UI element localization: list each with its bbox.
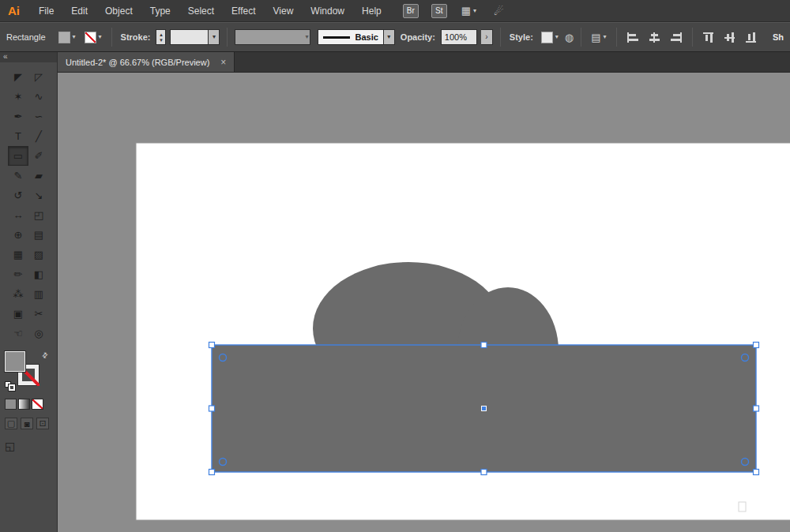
column-graph-tool[interactable]: ▥: [28, 284, 49, 304]
opacity-input[interactable]: 100%: [441, 29, 477, 45]
menu-help[interactable]: Help: [353, 6, 390, 17]
graphic-style-dropdown[interactable]: ▾: [539, 29, 561, 46]
shape-panel-label: Sh: [773, 32, 784, 42]
zoom-tool[interactable]: ◎: [28, 324, 49, 343]
align-horizontal-center-icon[interactable]: [649, 32, 660, 43]
selection-tool[interactable]: ◤: [8, 67, 28, 87]
direct-selection-tool[interactable]: ◸: [28, 67, 49, 87]
pen-tool[interactable]: ✒: [8, 107, 28, 126]
draw-behind-button[interactable]: ◙: [21, 418, 33, 429]
eyedropper-tool[interactable]: ✏: [8, 264, 28, 284]
mesh-tool[interactable]: ▦: [8, 245, 28, 264]
workspace-switcher[interactable]: ▦ ▾: [461, 5, 476, 17]
draw-normal-button[interactable]: ▢: [5, 418, 17, 429]
stock-button[interactable]: St: [431, 4, 447, 18]
stroke-style-arrow[interactable]: ▾: [383, 29, 395, 45]
handle-top-center[interactable]: [481, 343, 487, 348]
menu-effect[interactable]: Effect: [223, 6, 264, 17]
tools-panel-header: «: [0, 52, 57, 62]
menu-view[interactable]: View: [265, 6, 303, 17]
selection-center-point[interactable]: [482, 406, 487, 411]
rotate-tool[interactable]: ↺: [8, 185, 28, 205]
align-horizontal-right-icon[interactable]: [670, 32, 682, 43]
menu-type[interactable]: Type: [141, 6, 179, 17]
free-transform-tool[interactable]: ◰: [28, 205, 49, 225]
handle-bottom-right[interactable]: [754, 470, 759, 475]
align-vertical-group: [703, 32, 758, 43]
shaper-tool[interactable]: ✎: [8, 166, 28, 185]
line-segment-tool[interactable]: ╱: [28, 126, 49, 146]
width-tool[interactable]: ↔: [8, 205, 28, 225]
brush-definition-dropdown[interactable]: ▾: [235, 29, 310, 45]
perspective-grid-tool[interactable]: ▤: [28, 225, 49, 245]
symbol-sprayer-tool[interactable]: ⁂: [8, 284, 28, 304]
align-horizontal-left-icon[interactable]: [627, 32, 639, 43]
stroke-style-value-wrap: Basic: [318, 29, 382, 45]
chevron-down-icon: ▾: [387, 34, 390, 40]
lasso-tool[interactable]: ∿: [28, 87, 49, 107]
document-setup-globe-icon[interactable]: ◍: [565, 32, 574, 43]
opacity-label: Opacity:: [401, 32, 435, 42]
align-vertical-center-icon[interactable]: [724, 32, 736, 43]
stroke-weight-dropdown[interactable]: ▾: [170, 29, 220, 45]
fill-swatch[interactable]: [5, 351, 25, 372]
swap-fill-stroke-icon[interactable]: ⇄: [40, 350, 50, 360]
document-setup-dropdown[interactable]: ▤ ▾: [589, 29, 608, 46]
stroke-weight-arrow[interactable]: ▾: [208, 29, 220, 45]
collapse-panel-icon[interactable]: «: [3, 52, 8, 61]
menu-object[interactable]: Object: [96, 6, 141, 17]
stroke-style-dropdown[interactable]: Basic ▾: [318, 29, 394, 45]
curvature-tool[interactable]: ∽: [28, 107, 49, 126]
align-vertical-top-icon[interactable]: [703, 32, 715, 43]
handle-bottom-center[interactable]: [481, 470, 487, 475]
stepper-down-icon[interactable]: ▾: [160, 37, 163, 43]
document-tab[interactable]: Untitled-2* @ 66.67% (RGB/Preview) ×: [58, 52, 235, 72]
rectangle-tool[interactable]: ▭: [8, 146, 28, 166]
document-setup-icon: ▤: [591, 32, 600, 43]
stroke-weight-value[interactable]: [170, 29, 208, 45]
drawing-mode-row: ▢◙⊡: [5, 418, 57, 429]
color-button[interactable]: [5, 399, 17, 410]
stroke-line-icon: [323, 36, 350, 39]
magic-wand-tool[interactable]: ✶: [8, 87, 28, 107]
opacity-options-button[interactable]: ›: [481, 29, 493, 45]
separator: [111, 28, 112, 47]
stroke-color-dropdown[interactable]: ▾: [82, 29, 104, 46]
separator: [616, 28, 617, 47]
menu-window[interactable]: Window: [302, 6, 353, 17]
scale-tool[interactable]: ↘: [28, 185, 49, 205]
handle-bottom-left[interactable]: [209, 470, 215, 475]
menu-edit[interactable]: Edit: [62, 6, 96, 17]
paintbrush-tool[interactable]: ✐: [28, 146, 49, 166]
handle-top-left[interactable]: [209, 343, 215, 348]
hand-tool[interactable]: ☜: [8, 324, 28, 343]
graphic-style-swatch-icon: [541, 32, 553, 43]
gradient-button[interactable]: [18, 399, 30, 410]
artboard-tool[interactable]: ▣: [8, 304, 28, 324]
gradient-tool[interactable]: ▨: [28, 245, 49, 264]
none-button[interactable]: [32, 399, 43, 410]
stroke-weight-stepper[interactable]: ▴ ▾: [156, 29, 166, 45]
fill-color-dropdown[interactable]: ▾: [56, 29, 78, 46]
menu-file[interactable]: File: [30, 6, 62, 17]
type-tool[interactable]: T: [8, 126, 28, 146]
handle-middle-left[interactable]: [209, 406, 215, 411]
close-icon[interactable]: ×: [220, 57, 226, 68]
stepper-up-icon[interactable]: ▴: [160, 32, 163, 37]
align-vertical-bottom-icon[interactable]: [746, 32, 758, 43]
menu-select[interactable]: Select: [179, 6, 223, 17]
bridge-button[interactable]: Br: [403, 4, 419, 18]
screen-mode-button[interactable]: ◱: [5, 440, 21, 452]
slice-tool[interactable]: ✂: [28, 304, 49, 324]
gpu-performance-icon[interactable]: ☄: [494, 5, 504, 17]
blend-tool[interactable]: ◧: [28, 264, 49, 284]
handle-middle-right[interactable]: [754, 406, 759, 411]
chevron-down-icon: ▾: [473, 8, 476, 14]
eraser-tool[interactable]: ▰: [28, 166, 49, 185]
default-fill-stroke-icon[interactable]: [5, 381, 16, 392]
handle-top-right[interactable]: [754, 343, 759, 348]
chevron-down-icon: ▾: [603, 34, 606, 40]
canvas[interactable]: [58, 73, 790, 532]
draw-inside-button[interactable]: ⊡: [36, 418, 49, 429]
shape-builder-tool[interactable]: ⊕: [8, 225, 28, 245]
